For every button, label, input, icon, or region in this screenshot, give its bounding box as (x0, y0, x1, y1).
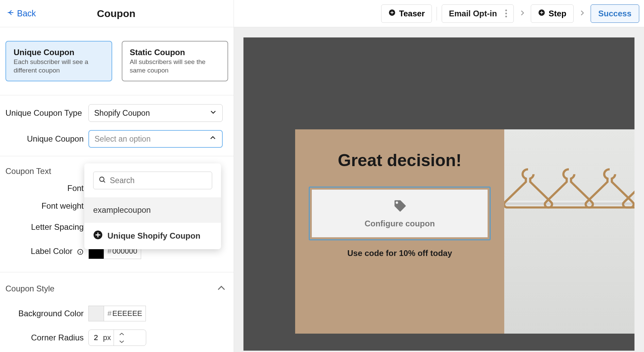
coupon-type-cards: Unique Coupon Each subscriber will see a… (0, 27, 234, 95)
popup: Great decision! Configure coupon Use cod… (295, 129, 634, 334)
popup-content: Great decision! Configure coupon Use cod… (295, 129, 504, 334)
arrow-left-icon (7, 9, 14, 18)
select-value: Shopify Coupon (94, 109, 150, 118)
dropdown-add-shopify-coupon[interactable]: Unique Shopify Coupon (84, 222, 221, 249)
chevron-right-icon (519, 9, 526, 18)
hash-symbol: # (107, 309, 112, 318)
card-title: Unique Coupon (14, 48, 104, 57)
search-icon (98, 176, 106, 185)
popup-image (504, 129, 634, 334)
email-optin-step[interactable]: Email Opt-in (442, 4, 513, 23)
divider (437, 7, 437, 20)
corner-radius-unit: px (103, 333, 114, 342)
preview-pane: Great decision! Configure coupon Use cod… (234, 27, 644, 352)
label-color-label: Label Color (5, 246, 84, 256)
dropdown-option-examplecoupon[interactable]: examplecoupon (84, 197, 221, 222)
dropdown-search[interactable] (93, 172, 212, 189)
success-step-button[interactable]: Success (591, 4, 639, 23)
bg-color-label: Background Color (5, 309, 84, 318)
card-title: Static Coupon (130, 48, 220, 57)
header-left: Back Coupon (0, 0, 234, 27)
plus-circle-icon (93, 230, 103, 242)
success-label: Success (598, 9, 631, 18)
corner-radius-stepper (114, 330, 129, 346)
color-hex[interactable]: # EEEEEE (104, 306, 146, 321)
corner-radius-row: Corner Radius px (0, 325, 234, 350)
step-label: Step (549, 9, 566, 18)
coupon-inner: Configure coupon (312, 190, 488, 237)
color-value: EEEEEE (112, 309, 142, 318)
corner-radius-field: px (88, 330, 228, 346)
page-title: Coupon (97, 8, 135, 19)
coupon-element[interactable]: Configure coupon (309, 187, 491, 240)
bg-color-input[interactable]: # EEEEEE (88, 306, 228, 321)
label-color-text: Label Color (31, 246, 73, 256)
unique-coupon-type-select[interactable]: Shopify Coupon (88, 104, 223, 122)
main: Unique Coupon Each subscriber will see a… (0, 27, 644, 352)
letter-spacing-label: Letter Spacing (5, 222, 84, 232)
unique-coupon-row: Unique Coupon Select an option (0, 126, 234, 152)
card-subtitle: All subscribers will see the same coupon (130, 58, 220, 75)
unique-coupon-label: Unique Coupon (5, 134, 84, 144)
stepper-down[interactable] (114, 338, 129, 346)
corner-radius-input[interactable]: px (88, 330, 146, 346)
header-right: Teaser Email Opt-in Step Success (234, 4, 644, 23)
corner-radius-label: Corner Radius (5, 333, 84, 342)
chevron-up-icon (209, 134, 217, 144)
plus-circle-icon (388, 9, 396, 18)
font-weight-label: Font weight (5, 201, 84, 211)
tag-icon (393, 198, 407, 214)
option-label: examplecoupon (93, 205, 151, 215)
unique-coupon-type-label: Unique Coupon Type (5, 108, 84, 118)
top-header: Back Coupon Teaser Email Opt-in Step (0, 0, 644, 27)
coupon-style-section-header[interactable]: Coupon Style (0, 272, 234, 302)
popup-subtitle: Use code for 10% off today (309, 249, 491, 258)
bg-color-field: # EEEEEE (88, 306, 228, 321)
font-label: Font (5, 183, 84, 193)
hanger-icon (620, 162, 634, 216)
corner-radius-value[interactable] (89, 333, 103, 342)
email-optin-label: Email Opt-in (449, 9, 497, 18)
popup-title: Great decision! (309, 150, 491, 170)
chevron-up-icon (217, 285, 226, 293)
card-subtitle: Each subscriber will see a different cou… (14, 58, 104, 75)
back-button[interactable]: Back (7, 9, 36, 18)
stepper-up[interactable] (114, 330, 129, 338)
unique-coupon-field: Select an option (88, 130, 228, 148)
color-swatch[interactable] (88, 306, 104, 321)
coupon-text: Configure coupon (365, 219, 435, 228)
email-optin-menu[interactable] (503, 10, 509, 17)
unique-coupon-dropdown: examplecoupon Unique Shopify Coupon (84, 163, 221, 249)
teaser-step-button[interactable]: Teaser (381, 4, 432, 23)
chevron-right-icon (578, 9, 586, 18)
info-icon[interactable] (75, 246, 84, 256)
add-step-button[interactable]: Step (531, 4, 574, 23)
teaser-label: Teaser (399, 9, 425, 18)
dropdown-search-input[interactable] (110, 176, 210, 185)
coupon-style-title: Coupon Style (5, 284, 54, 293)
svg-point-2 (100, 177, 104, 181)
static-coupon-card[interactable]: Static Coupon All subscribers will see t… (122, 41, 228, 81)
unique-coupon-type-row: Unique Coupon Type Shopify Coupon (0, 95, 234, 126)
dropdown-search-wrap (84, 163, 221, 197)
add-option-label: Unique Shopify Coupon (107, 231, 200, 241)
back-label: Back (17, 9, 36, 18)
unique-coupon-type-field: Shopify Coupon (88, 104, 228, 122)
sidebar: Unique Coupon Each subscriber will see a… (0, 27, 234, 352)
preview-canvas: Great decision! Configure coupon Use cod… (243, 37, 634, 351)
select-placeholder: Select an option (95, 134, 151, 144)
unique-coupon-card[interactable]: Unique Coupon Each subscriber will see a… (5, 41, 112, 81)
unique-coupon-select[interactable]: Select an option (88, 130, 223, 148)
chevron-down-icon (209, 108, 217, 118)
plus-circle-icon (538, 9, 545, 18)
bg-color-row: Background Color # EEEEEE (0, 302, 234, 325)
